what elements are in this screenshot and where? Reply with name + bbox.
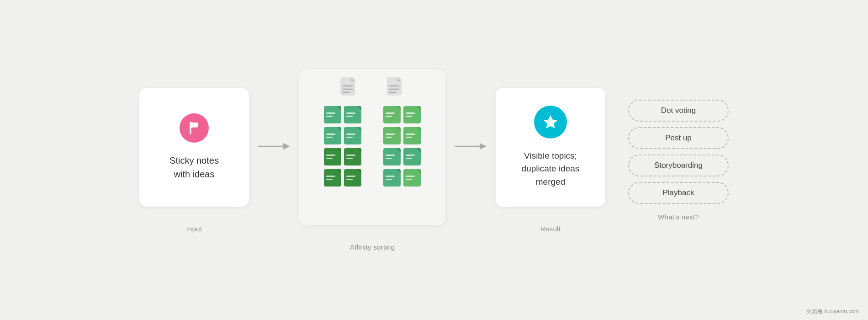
result-label: Result — [540, 225, 561, 233]
doc-row-top — [340, 77, 405, 101]
sticky-15 — [383, 169, 401, 187]
stickies-row-3 — [324, 148, 421, 165]
sticky-14 — [344, 169, 361, 187]
stickies-row-4 — [324, 169, 421, 187]
sticky-13 — [324, 169, 341, 187]
sticky-9 — [324, 148, 341, 165]
affinity-section: Affinity sorting — [299, 69, 445, 251]
input-section: Sticky notes with ideas Input — [139, 88, 249, 233]
watermark: 火焰兔 huoyantu.com — [803, 307, 863, 316]
doc-icon-1 — [340, 77, 358, 101]
sticky-4 — [403, 106, 421, 123]
sticky-5 — [324, 127, 341, 144]
doc-icon-2 — [386, 77, 405, 101]
next-label: What's next? — [658, 213, 699, 221]
svg-rect-0 — [191, 123, 198, 128]
result-text: Visible topics; duplicate ideas merged — [522, 149, 580, 189]
arrow-svg-2 — [455, 139, 487, 153]
sticky-11 — [383, 148, 401, 165]
arrow-2 — [445, 139, 496, 181]
sticky-12 — [403, 148, 421, 165]
arrow-1 — [249, 139, 299, 181]
next-item-post-up: Post up — [628, 127, 729, 149]
flag-icon — [180, 113, 209, 143]
input-box: Sticky notes with ideas — [139, 88, 249, 207]
svg-marker-2 — [283, 143, 290, 149]
next-item-playback: Playback — [628, 182, 729, 204]
stickies-grid — [307, 106, 438, 187]
result-section: Visible topics; duplicate ideas merged R… — [496, 88, 605, 233]
sticky-7 — [383, 127, 401, 144]
next-item-storyboarding: Storyboarding — [628, 155, 729, 176]
next-items: Dot voting Post up Storyboarding Playbac… — [628, 100, 729, 204]
flag-svg — [187, 121, 201, 135]
input-label: Input — [186, 225, 202, 233]
sticky-10 — [344, 148, 361, 165]
affinity-box — [299, 69, 445, 225]
stickies-row-2 — [324, 127, 421, 144]
sticky-1 — [324, 106, 341, 123]
affinity-label: Affinity sorting — [350, 243, 395, 251]
input-text: Sticky notes with ideas — [169, 154, 219, 181]
result-box: Visible topics; duplicate ideas merged — [496, 88, 605, 207]
star-icon — [534, 106, 567, 139]
next-section: Dot voting Post up Storyboarding Playbac… — [628, 100, 729, 221]
sticky-2 — [344, 106, 361, 123]
svg-marker-14 — [480, 143, 487, 149]
sticky-6 — [344, 127, 361, 144]
star-svg — [542, 114, 559, 130]
sticky-8 — [403, 127, 421, 144]
arrow-svg-1 — [258, 139, 290, 153]
stickies-row-1 — [324, 106, 421, 123]
sticky-16 — [403, 169, 421, 187]
sticky-3 — [383, 106, 401, 123]
next-item-dot-voting: Dot voting — [628, 100, 729, 122]
